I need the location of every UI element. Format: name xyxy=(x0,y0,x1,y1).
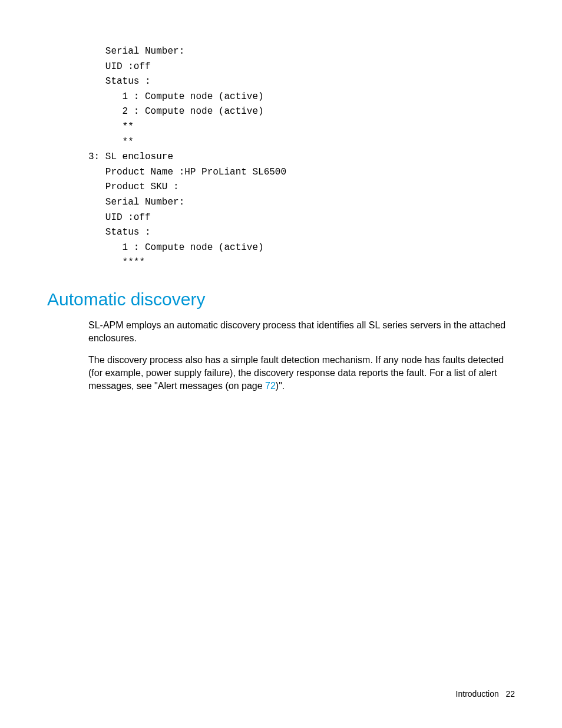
code-line: Status : xyxy=(88,76,151,87)
code-block: Serial Number: UID :off Status : 1 : Com… xyxy=(88,44,515,271)
footer-section-name: Introduction xyxy=(456,689,499,699)
code-line: Product Name :HP ProLiant SL6500 xyxy=(88,167,286,177)
paragraph-2: The discovery process also has a simple … xyxy=(88,354,515,393)
code-line: 2 : Compute node (active) xyxy=(88,106,264,117)
code-line: UID :off xyxy=(88,212,151,223)
page-link[interactable]: 72 xyxy=(265,381,276,391)
code-line: 1 : Compute node (active) xyxy=(88,91,264,102)
code-line: UID :off xyxy=(88,61,151,72)
code-line: **** xyxy=(88,257,145,268)
paragraph-1: SL-APM employs an automatic discovery pr… xyxy=(88,319,515,345)
code-line: Product SKU : xyxy=(88,182,179,192)
code-line: ** xyxy=(88,121,134,132)
code-line: 1 : Compute node (active) xyxy=(88,242,264,253)
code-line: ** xyxy=(88,137,134,147)
code-line: 3: SL enclosure xyxy=(88,151,173,162)
code-line: Serial Number: xyxy=(88,197,184,207)
paragraph-2-text-end: )". xyxy=(276,381,285,391)
code-line: Serial Number: xyxy=(88,46,184,57)
code-line: Status : xyxy=(88,227,151,238)
footer-page-number: 22 xyxy=(505,689,515,699)
section-heading: Automatic discovery xyxy=(47,289,515,309)
paragraph-2-text-start: The discovery process also has a simple … xyxy=(88,355,504,391)
page-footer: Introduction 22 xyxy=(456,689,515,699)
